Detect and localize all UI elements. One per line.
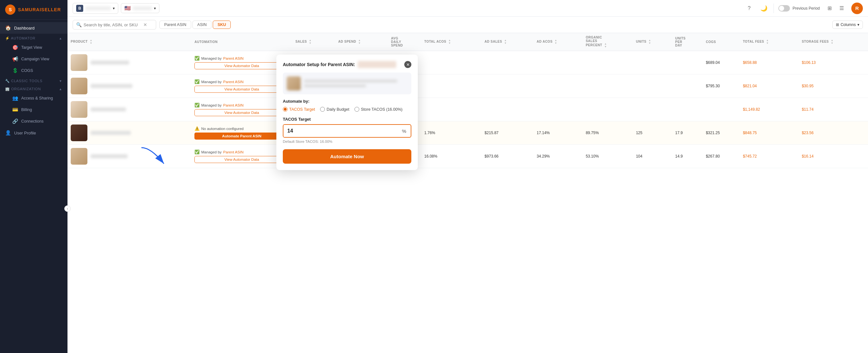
product-sort-icon[interactable]: ▲▼ <box>90 39 92 45</box>
th-avg-daily-spend: AVGDAILYSPEND <box>388 33 421 51</box>
automation-status: ✅ Managed by Parent ASIN View Automator … <box>194 103 289 116</box>
region-dropdown[interactable]: 🇺🇸 ▾ <box>121 3 159 13</box>
check-icon: ✅ <box>194 103 199 107</box>
radio-store-label: Store TACOS (16.00%) <box>361 107 402 112</box>
th-total-acos: TOTAL ACOS ▲▼ <box>421 33 482 51</box>
cogs-cell: $267.80 <box>703 145 740 168</box>
view-automator-button[interactable]: View Automator Data <box>194 109 289 116</box>
storage-fees-sort-icon[interactable]: ▲▼ <box>831 39 833 45</box>
workspace-chevron-icon: ▾ <box>113 6 115 10</box>
sidebar-section-automator[interactable]: ⚡ Automator ▲ <box>0 34 67 42</box>
radio-daily-budget[interactable]: Daily Budget <box>320 107 349 112</box>
th-automation: AUTOMATION <box>191 33 292 51</box>
radio-tacos-target[interactable]: TACOS Target <box>283 107 315 112</box>
units-sort-icon[interactable]: ▲▼ <box>649 39 651 45</box>
search-input[interactable] <box>84 23 142 27</box>
user-icon: 👤 <box>5 130 11 136</box>
workspace-dropdown[interactable]: B ▾ <box>73 3 118 14</box>
filter-tab-asin[interactable]: ASIN <box>192 21 212 29</box>
total-acos-sort-icon[interactable]: ▲▼ <box>448 39 451 45</box>
sidebar-collapse-button[interactable]: ‹ <box>64 205 71 212</box>
sidebar-item-connections[interactable]: 🔗 Connections <box>3 115 67 127</box>
product-thumbnail <box>71 54 87 71</box>
product-cell <box>67 121 191 145</box>
cogs-cell: $795.30 <box>703 74 740 98</box>
radio-daily-input[interactable] <box>320 107 325 112</box>
th-ad-spend: AD SPEND ▲▼ <box>335 33 388 51</box>
parent-asin-link[interactable]: Parent ASIN <box>223 80 244 84</box>
sidebar-item-dashboard[interactable]: 🏠 Dashboard <box>0 22 67 34</box>
organization-sub: 👥 Access & Sharing 💳 Billing 🔗 Connectio… <box>0 93 67 127</box>
connections-label: Connections <box>21 119 44 123</box>
list-view-button[interactable]: ☰ <box>837 3 847 13</box>
tacos-value-input[interactable] <box>283 125 398 137</box>
sidebar-item-user-profile[interactable]: 👤 User Profile <box>0 127 67 139</box>
storage-fees-cell: $30.95 <box>799 74 868 98</box>
filter-tab-sku[interactable]: SKU <box>213 21 231 29</box>
sidebar-item-access-sharing[interactable]: 👥 Access & Sharing <box>3 93 67 104</box>
modal-close-button[interactable]: ✕ <box>404 61 411 68</box>
help-button[interactable]: ? <box>744 3 754 13</box>
radio-store-input[interactable] <box>354 107 359 112</box>
parent-asin-link[interactable]: Parent ASIN <box>223 103 244 107</box>
automate-by-label: Automate by: <box>283 99 411 104</box>
automator-setup-modal[interactable]: Automator Setup for Parent ASIN: ✕ Autom… <box>276 55 418 170</box>
avatar[interactable]: R <box>851 3 863 14</box>
toggle-switch[interactable] <box>778 5 790 11</box>
columns-button[interactable]: ⊞ Columns ▾ <box>832 21 863 29</box>
product-thumbnail <box>71 148 87 165</box>
th-cogs: COGS <box>703 33 740 51</box>
managed-text: Managed by <box>201 103 221 107</box>
ad-acos-sort-icon[interactable]: ▲▼ <box>555 39 557 45</box>
table-row: ✅ Managed by Parent ASIN View Automator … <box>67 51 868 74</box>
clear-search-icon[interactable]: ✕ <box>143 22 147 27</box>
modal-asin-badge <box>358 61 396 68</box>
radio-tacos-input[interactable] <box>283 107 288 112</box>
campaign-view-label: Campaign View <box>21 57 49 61</box>
view-automator-button[interactable]: View Automator Data <box>194 156 289 163</box>
data-table: PRODUCT ▲▼ AUTOMATION SALES ▲▼ AD SPEND … <box>67 33 868 168</box>
th-sales: SALES ▲▼ <box>292 33 335 51</box>
organic-pct-cell <box>583 51 633 74</box>
check-icon: ✅ <box>194 149 199 154</box>
sales-sort-icon[interactable]: ▲▼ <box>309 39 311 45</box>
parent-asin-link[interactable]: Parent ASIN <box>223 57 244 60</box>
ad-acos-cell <box>533 51 583 74</box>
organic-sort-icon[interactable]: ▲▼ <box>604 43 607 48</box>
sidebar-item-billing[interactable]: 💳 Billing <box>3 104 67 115</box>
theme-button[interactable]: 🌙 <box>759 3 769 13</box>
ad-sales-cell <box>482 51 533 74</box>
warning-badge: ⚠️ No automation configured <box>194 126 289 131</box>
grid-view-button[interactable]: ⊞ <box>824 3 835 13</box>
radio-store-tacos[interactable]: Store TACOS (16.00%) <box>354 107 402 112</box>
product-cell <box>67 51 191 74</box>
product-thumbnail <box>71 78 87 94</box>
sidebar-item-target-view[interactable]: 🎯 Target View <box>3 42 67 53</box>
product-title <box>91 131 131 135</box>
product-cell <box>67 98 191 121</box>
tacos-target-label: TACOS Target <box>283 117 411 121</box>
sidebar-item-campaign-view[interactable]: 📢 Campaign View <box>3 53 67 65</box>
parent-asin-link[interactable]: Parent ASIN <box>223 150 244 154</box>
managed-text: Managed by <box>201 57 221 60</box>
sidebar-section-organization[interactable]: 🏢 Organization ▲ <box>0 84 67 93</box>
organization-label: 🏢 Organization <box>5 87 41 91</box>
target-icon: 🎯 <box>12 45 18 50</box>
organic-pct-cell <box>583 74 633 98</box>
sidebar-item-cogs[interactable]: 💲 COGS <box>3 65 67 76</box>
th-product: PRODUCT ▲▼ <box>67 33 191 51</box>
filter-tab-parent-asin[interactable]: Parent ASIN <box>159 21 191 29</box>
storage-fees-cell: $16.14 <box>799 145 868 168</box>
total-fees-sort-icon[interactable]: ▲▼ <box>766 39 769 45</box>
filterbar: 🔍 ✕ Parent ASIN ASIN SKU ⊞ Columns ▾ <box>67 17 868 33</box>
product-image <box>71 125 87 141</box>
view-automator-button[interactable]: View Automator Data <box>194 62 289 69</box>
organic-pct-cell: 89.75% <box>583 121 633 145</box>
ad-spend-sort-icon[interactable]: ▲▼ <box>358 39 361 45</box>
automate-now-button[interactable]: Automate Now <box>283 149 411 164</box>
sidebar-section-classic-tools[interactable]: 🔧 Classic Tools ▼ <box>0 76 67 84</box>
automate-parent-asin-button[interactable]: Automate Parent ASIN <box>194 133 289 140</box>
ad-sales-sort-icon[interactable]: ▲▼ <box>504 39 507 45</box>
total-acos-cell <box>421 98 482 121</box>
view-automator-button[interactable]: View Automator Data <box>194 86 289 93</box>
